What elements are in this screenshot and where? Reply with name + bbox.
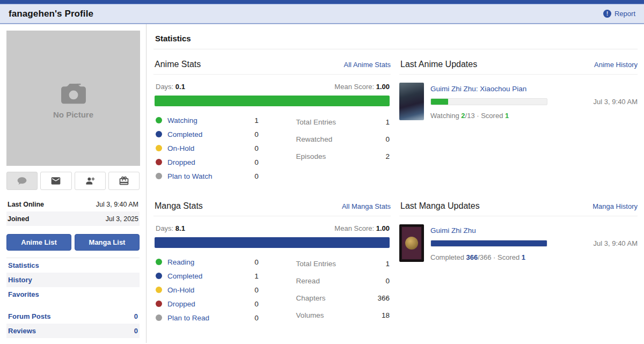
- anime-update-title[interactable]: Guimi Zhi Zhu: Xiaochou Pian: [430, 85, 526, 93]
- anime-stats-section: Anime Stats All Anime Stats Days: 0.1 Me…: [153, 56, 391, 183]
- reviews-count: 0: [134, 327, 138, 335]
- manga-update-progress-bar: [430, 240, 547, 247]
- anime-score-bar: [155, 96, 390, 106]
- last-online-row: Last Online Jul 3, 9:40 AM: [6, 197, 140, 211]
- watching-dot-icon: [156, 117, 162, 123]
- all-manga-stats-link[interactable]: All Manga Stats: [342, 202, 391, 210]
- anime-list-button[interactable]: Anime List: [6, 234, 71, 251]
- all-anime-stats-link[interactable]: All Anime Stats: [344, 61, 391, 69]
- mail-icon: [50, 175, 61, 186]
- statistics-heading: Statistics: [153, 30, 638, 49]
- anime-status-watching: Watching 1: [156, 113, 259, 127]
- sidebar-item-reviews[interactable]: Reviews 0: [6, 324, 140, 338]
- sidebar-item-history[interactable]: History: [6, 273, 140, 287]
- anime-update-status: Watching 2/13 · Scored 1: [430, 112, 583, 120]
- manga-status-reading: Reading 0: [156, 255, 259, 269]
- message-button[interactable]: [40, 172, 71, 190]
- add-friend-icon: [85, 175, 96, 186]
- manga-status-plan-to-read: Plan to Read 0: [156, 311, 259, 325]
- anime-update-date: Jul 3, 9:40 AM: [594, 98, 638, 106]
- forum-posts-count: 0: [134, 312, 138, 320]
- manga-chapters: Chapters 366: [296, 289, 390, 306]
- anime-rewatched: Rewatched 0: [296, 130, 390, 148]
- sidebar-nav: Statistics History Favorites: [6, 258, 140, 302]
- dropped-dot-icon: [156, 159, 162, 165]
- camera-icon: [58, 78, 89, 109]
- manga-volumes: Volumes 18: [296, 306, 390, 324]
- last-anime-updates-heading: Last Anime Updates: [400, 60, 477, 69]
- manga-history-link[interactable]: Manga History: [592, 202, 638, 210]
- profile-action-buttons: [6, 172, 140, 190]
- completed-dot-icon: [156, 273, 162, 279]
- anime-status-plan-to-watch: Plan to Watch 0: [156, 169, 259, 183]
- anime-total-entries: Total Entries 1: [296, 113, 390, 130]
- completed-dot-icon: [156, 131, 162, 137]
- comment-icon: [17, 175, 27, 186]
- last-online-label: Last Online: [8, 201, 44, 208]
- top-accent-bar: [0, 0, 644, 4]
- manga-update-title[interactable]: Guimi Zhi Zhu: [430, 226, 476, 235]
- gift-button[interactable]: [108, 172, 140, 190]
- plan-to-read-dot-icon: [156, 314, 162, 321]
- joined-row: Joined Jul 3, 2025: [6, 211, 140, 226]
- profile-picture-placeholder: No Picture: [6, 31, 140, 166]
- comment-button[interactable]: [6, 172, 38, 190]
- manga-reread: Reread 0: [296, 272, 390, 289]
- exclamation-circle-icon: !: [603, 10, 611, 18]
- anime-cover-thumbnail[interactable]: [399, 83, 424, 120]
- sidebar-item-forum-posts[interactable]: Forum Posts 0: [6, 309, 140, 324]
- last-manga-updates-heading: Last Manga Updates: [400, 201, 480, 211]
- favorites-heading: Favorites: [155, 342, 191, 343]
- joined-value: Jul 3, 2025: [106, 215, 138, 223]
- manga-total-entries: Total Entries 1: [296, 255, 390, 272]
- last-online-value: Jul 3, 9:40 AM: [96, 201, 138, 208]
- anime-mean-score: Mean Score: 1.00: [334, 83, 390, 91]
- anime-update-progress-bar: [430, 98, 547, 105]
- report-link[interactable]: ! Report: [603, 10, 635, 18]
- anime-status-onhold: On-Hold 0: [156, 141, 259, 155]
- last-anime-updates-section: Last Anime Updates Anime History Guimi Z…: [399, 56, 638, 183]
- sidebar-item-favorites[interactable]: Favorites: [6, 287, 140, 302]
- reading-dot-icon: [156, 259, 162, 265]
- joined-label: Joined: [8, 215, 29, 223]
- manga-update-date: Jul 3, 9:40 AM: [594, 239, 638, 247]
- gift-icon: [119, 175, 129, 186]
- report-label: Report: [614, 10, 635, 18]
- manga-status-completed: Completed 1: [156, 269, 259, 283]
- anime-episodes: Episodes 2: [296, 148, 390, 165]
- manga-totals-list: Total Entries 1 Reread 0 Chapters 366: [296, 255, 390, 325]
- manga-status-onhold: On-Hold 0: [156, 283, 259, 297]
- last-manga-updates-section: Last Manga Updates Manga History Guimi Z…: [399, 198, 638, 325]
- anime-days: Days: 0.1: [156, 83, 185, 91]
- manga-stats-heading: Manga Stats: [155, 201, 203, 211]
- no-picture-label: No Picture: [53, 110, 93, 119]
- manga-mean-score: Mean Score: 1.00: [334, 224, 390, 232]
- manga-update-status: Completed 366/366 · Scored 1: [430, 253, 583, 261]
- page-header: fanagehen's Profile ! Report: [0, 4, 644, 24]
- anime-status-dropped: Dropped 0: [156, 155, 259, 169]
- anime-update-entry: Guimi Zhi Zhu: Xiaochou Pian Watching 2/…: [399, 83, 638, 120]
- anime-stats-heading: Anime Stats: [155, 60, 201, 69]
- manga-status-dropped: Dropped 0: [156, 297, 259, 311]
- sidebar-counts: Forum Posts 0 Reviews 0: [6, 309, 140, 338]
- manga-score-bar: [155, 237, 390, 248]
- onhold-dot-icon: [156, 145, 162, 151]
- manga-cover-thumbnail[interactable]: [399, 224, 424, 262]
- page-title: fanagehen's Profile: [9, 9, 93, 19]
- manga-list-button[interactable]: Manga List: [75, 234, 140, 251]
- manga-stats-section: Manga Stats All Manga Stats Days: 8.1 Me…: [153, 198, 391, 325]
- anime-history-link[interactable]: Anime History: [594, 61, 638, 69]
- add-friend-button[interactable]: [75, 172, 106, 190]
- profile-info: Last Online Jul 3, 9:40 AM Joined Jul 3,…: [6, 197, 140, 226]
- sidebar-item-statistics[interactable]: Statistics: [6, 258, 140, 273]
- manga-update-entry: Guimi Zhi Zhu Completed 366/366 · Scored…: [399, 224, 638, 262]
- manga-status-list: Reading 0 Completed 1 On-Hold 0: [156, 255, 259, 325]
- plan-to-watch-dot-icon: [156, 173, 162, 179]
- main-content: Statistics Anime Stats All Anime Stats D…: [147, 24, 644, 343]
- onhold-dot-icon: [156, 287, 162, 293]
- anime-status-list: Watching 1 Completed 0 On-Hold 0: [156, 113, 259, 183]
- anime-status-completed: Completed 0: [156, 127, 259, 141]
- anime-totals-list: Total Entries 1 Rewatched 0 Episodes 2: [296, 113, 390, 183]
- manga-days: Days: 8.1: [156, 224, 185, 232]
- dropped-dot-icon: [156, 301, 162, 307]
